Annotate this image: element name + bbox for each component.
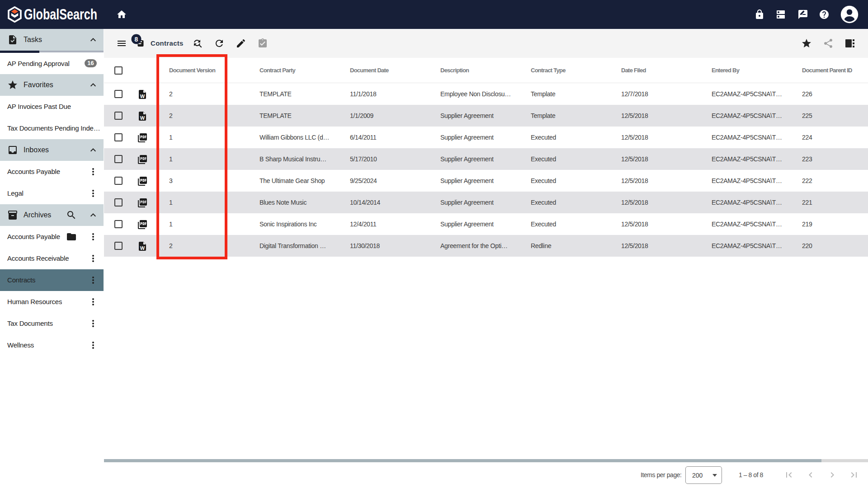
svg-text:8: 8: [135, 36, 138, 43]
svg-text:W: W: [140, 94, 145, 99]
svg-text:W: W: [140, 115, 145, 121]
svg-text:W: W: [140, 245, 145, 251]
